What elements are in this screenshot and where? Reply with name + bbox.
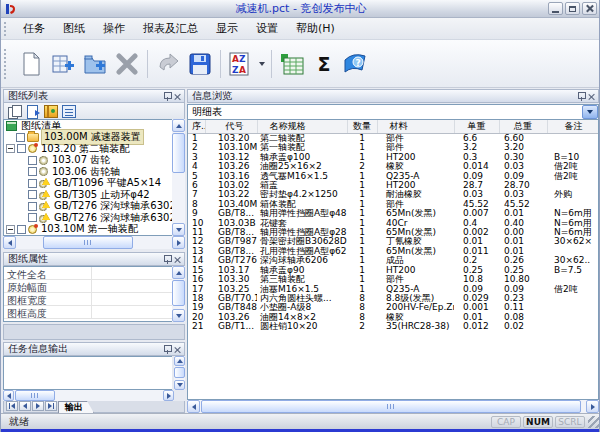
copy-pages-icon[interactable] — [8, 105, 22, 118]
table-row[interactable]: 14 GB/T276 深沟球轴承6206 1 成品 0.2 0.26 30×62… — [188, 256, 599, 265]
menu-item[interactable]: 报表及汇总 — [134, 19, 207, 38]
save-button[interactable] — [185, 49, 215, 79]
add-drawing-button[interactable] — [48, 49, 78, 79]
menu-item[interactable]: 设置 — [247, 19, 287, 38]
close-panel-icon[interactable] — [588, 93, 595, 100]
close-panel-icon[interactable] — [174, 256, 181, 263]
scroll-thumb[interactable] — [43, 236, 133, 249]
table-row[interactable]: 21 GB/T1... 圆柱销10×20 2 35(HRC28-38) 0.01… — [188, 322, 599, 331]
table-row[interactable]: 7 103.22 密封垫φ4.2×1250 1 耐油橡胶 0.03 0.03 外… — [188, 190, 599, 199]
scroll-right-button[interactable] — [163, 390, 174, 401]
checkbox[interactable] — [16, 133, 25, 142]
table-row[interactable]: 5 103.16 透气塞M16×1.5 1 Q235-A 0.09 0.09 借… — [188, 172, 599, 181]
tab-output[interactable]: 输出 — [58, 401, 94, 413]
table-row[interactable]: 13 GB/T8... 孔用弹性挡圈A型φ62 1 65Mn(发黑) 0.011… — [188, 247, 599, 256]
scroll-left-button[interactable] — [3, 390, 14, 401]
scroll-left-button[interactable] — [187, 400, 200, 413]
delete-button[interactable] — [112, 49, 142, 79]
collapse-icon[interactable] — [6, 225, 15, 234]
col-unit-weight[interactable]: 单重 — [454, 120, 499, 134]
menu-item[interactable]: 帮助(H) — [287, 19, 344, 38]
pin-icon[interactable] — [163, 345, 171, 354]
tab-first-button[interactable] — [6, 401, 18, 411]
property-row[interactable]: 图框高度 — [4, 306, 172, 319]
table-row[interactable]: 12 GB/T9877 骨架密封圈B30628D 1 丁氰橡胶 0.01 0.0… — [188, 237, 599, 246]
tree-hscrollbar[interactable] — [3, 236, 185, 249]
menu-item[interactable]: 操作 — [94, 19, 134, 38]
output-log[interactable]: F:\Samples\103.16.dwg: 图纸信息提取正在处理文件F:\Sa… — [3, 356, 172, 390]
scroll-down-button[interactable] — [172, 223, 185, 236]
sort-az-button[interactable]: AZZA — [226, 49, 256, 79]
checkbox[interactable] — [28, 202, 37, 211]
scroll-down-button[interactable] — [174, 380, 185, 390]
col-qty[interactable]: 数量 — [347, 120, 377, 134]
scroll-left-button[interactable] — [3, 236, 16, 249]
output-hscrollbar[interactable] — [3, 390, 174, 401]
property-row[interactable]: 图框宽度 — [4, 293, 172, 306]
summarize-button[interactable]: Σ — [309, 49, 339, 79]
table-row[interactable]: 2 103.10M 第一轴装配 1 部件 3.2 3.20 — [188, 143, 599, 152]
sort-dropdown-button[interactable] — [257, 49, 267, 79]
menu-item[interactable]: 任务 — [14, 19, 54, 38]
property-value[interactable] — [92, 280, 172, 292]
book-icon[interactable] — [44, 105, 58, 118]
checkbox[interactable] — [28, 156, 37, 165]
table-row[interactable]: 17 103.25 油塞M16×1.5 1 Q235-A 0.09 0.09 借… — [188, 285, 599, 294]
scroll-right-button[interactable] — [586, 400, 599, 413]
col-total-weight[interactable]: 总重 — [499, 120, 547, 134]
help-search-button[interactable]: ? — [341, 49, 371, 79]
table-row[interactable]: 16 103.30 第三轴装配 1 部件 10.8 10.80 — [188, 275, 599, 284]
table-row[interactable]: 15 103.17 轴承盖φ90 1 HT200 0.25 0.25 B=7.5 — [188, 266, 599, 275]
scroll-thumb[interactable] — [174, 367, 185, 378]
dropdown-button[interactable] — [582, 105, 598, 119]
new-document-button[interactable] — [16, 49, 46, 79]
property-value[interactable] — [92, 293, 172, 305]
col-seq[interactable]: 序.. — [188, 120, 205, 134]
pin-icon[interactable] — [577, 92, 585, 101]
checkbox[interactable] — [28, 213, 37, 222]
table-hscrollbar[interactable] — [187, 400, 599, 413]
table-row[interactable]: 3 103.12 轴承盖φ100 1 HT200 0.3 0.30 B=10 — [188, 153, 599, 162]
scroll-up-button[interactable] — [172, 119, 185, 132]
col-name-spec[interactable]: 名称规格 — [257, 120, 347, 134]
scroll-thumb[interactable] — [15, 390, 55, 401]
export-excel-button[interactable] — [277, 49, 307, 79]
pin-icon[interactable] — [163, 92, 171, 101]
table-row[interactable]: 19 GB/T848 小垫圈-A级8 8 200HV-Fe/Ep.Zn 0.00… — [188, 303, 599, 312]
property-row[interactable]: 文件全名 — [4, 267, 172, 280]
close-panel-icon[interactable] — [174, 346, 181, 353]
checkbox[interactable] — [17, 144, 26, 153]
table-row[interactable]: 6 103.02 箱盖 1 HT200 28.7 28.70 — [188, 181, 599, 190]
table-row[interactable]: 18 GB/T70.1 内六角圆柱头螺... 8 8.8级(发黑) 0.029 … — [188, 294, 599, 303]
table-row[interactable]: 9 GB/T8... 轴用弹性挡圈A型φ48 1 65Mn(发黑) 0.007 … — [188, 209, 599, 218]
list-view-icon[interactable] — [62, 105, 76, 118]
properties-vscrollbar[interactable] — [172, 266, 185, 322]
output-vscrollbar[interactable] — [174, 356, 185, 390]
table-row[interactable]: 8 103.40M 箱体装配 1 部件 45.52 45.52 — [188, 200, 599, 209]
view-selector-dropdown[interactable]: 明细表 — [187, 104, 599, 120]
collapse-icon[interactable] — [6, 144, 15, 153]
scroll-up-button[interactable] — [172, 266, 185, 279]
scroll-up-button[interactable] — [174, 356, 185, 366]
tab-next-button[interactable] — [32, 401, 44, 411]
export-page-icon[interactable] — [26, 105, 40, 118]
property-row[interactable]: 原始幅面 — [4, 280, 172, 293]
property-value[interactable] — [92, 306, 172, 318]
property-value[interactable] — [92, 267, 172, 279]
scroll-right-button[interactable] — [172, 236, 185, 249]
checkbox[interactable] — [17, 225, 26, 234]
menu-item[interactable]: 显示 — [207, 19, 247, 38]
scroll-thumb[interactable] — [172, 280, 185, 306]
table-row[interactable]: 10 103.03B 花键套 1 40Cr 0.4 0.40 N=6m用 — [188, 219, 599, 228]
table-row[interactable]: 4 103.26 油圈25×16×2 2 橡胶 0.014 0.03 借2吨 — [188, 162, 599, 171]
scroll-down-button[interactable] — [172, 309, 185, 322]
col-material[interactable]: 材料 — [377, 120, 454, 134]
close-panel-icon[interactable] — [174, 93, 181, 100]
resize-grip[interactable] — [588, 416, 600, 428]
scroll-thumb[interactable] — [201, 400, 581, 413]
tab-prev-button[interactable] — [19, 401, 31, 411]
revert-button[interactable] — [153, 49, 183, 79]
table-row[interactable]: 20 103.26 油圈14×8×2 8 橡胶 0.01 0.08 — [188, 313, 599, 322]
tree-vscrollbar[interactable] — [172, 119, 185, 236]
add-folder-button[interactable] — [80, 49, 110, 79]
